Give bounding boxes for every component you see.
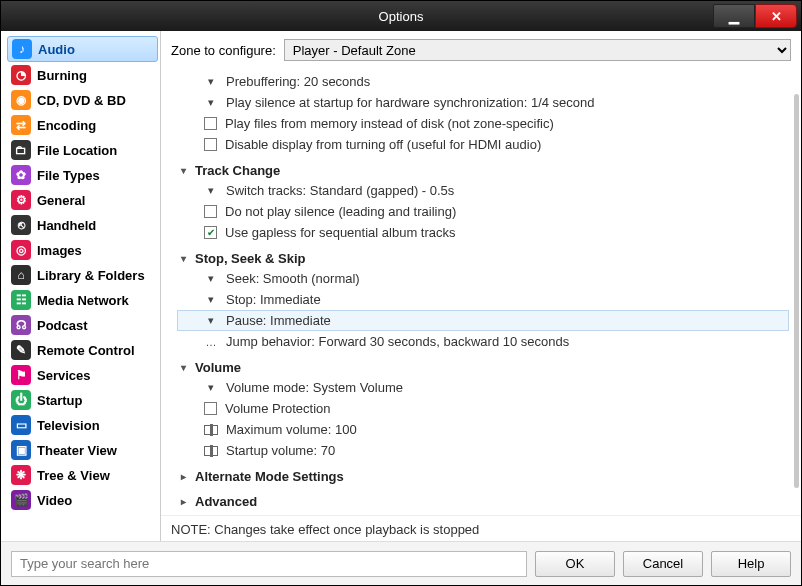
setting-row[interactable]: Disable display from turning off (useful… bbox=[177, 134, 789, 155]
setting-label: Disable display from turning off (useful… bbox=[225, 137, 541, 152]
ellipsis-icon: … bbox=[204, 336, 218, 348]
slider-icon bbox=[204, 425, 218, 435]
sidebar-item-library-folders[interactable]: ⌂Library & Folders bbox=[7, 263, 158, 287]
sidebar-icon: ⚙ bbox=[11, 190, 31, 210]
setting-row[interactable]: ▾Switch tracks: Standard (gapped) - 0.5s bbox=[177, 180, 789, 201]
sidebar-item-podcast[interactable]: ☊Podcast bbox=[7, 313, 158, 337]
sidebar-item-label: Services bbox=[37, 368, 91, 383]
setting-row[interactable]: ▾Play silence at startup for hardware sy… bbox=[177, 92, 789, 113]
sidebar-item-label: Images bbox=[37, 243, 82, 258]
sidebar-item-audio[interactable]: ♪Audio bbox=[7, 36, 158, 62]
group-title: Advanced bbox=[195, 494, 257, 509]
help-button[interactable]: Help bbox=[711, 551, 791, 577]
chevron-down-icon: ▾ bbox=[177, 253, 189, 264]
group-title: Alternate Mode Settings bbox=[195, 469, 344, 484]
sidebar-item-file-location[interactable]: 🗀File Location bbox=[7, 138, 158, 162]
sidebar-item-theater-view[interactable]: ▣Theater View bbox=[7, 438, 158, 462]
sidebar-item-cd-dvd-bd[interactable]: ◉CD, DVD & BD bbox=[7, 88, 158, 112]
setting-row[interactable]: ▾Pause: Immediate bbox=[177, 310, 789, 331]
close-button[interactable]: ✕ bbox=[755, 4, 797, 28]
group-header[interactable]: ▸Alternate Mode Settings bbox=[177, 467, 789, 486]
setting-label: Startup volume: 70 bbox=[226, 443, 335, 458]
chevron-down-icon: ▾ bbox=[204, 314, 218, 327]
sidebar-icon: ☷ bbox=[11, 290, 31, 310]
group-header[interactable]: ▸Advanced bbox=[177, 492, 789, 511]
checkbox-icon bbox=[204, 226, 217, 239]
chevron-down-icon: ▾ bbox=[204, 381, 218, 394]
sidebar-icon: ▭ bbox=[11, 415, 31, 435]
setting-label: Switch tracks: Standard (gapped) - 0.5s bbox=[226, 183, 454, 198]
group-header[interactable]: ▾Volume bbox=[177, 358, 789, 377]
sidebar-item-label: Burning bbox=[37, 68, 87, 83]
chevron-down-icon: ▾ bbox=[204, 184, 218, 197]
setting-row[interactable]: …Jump behavior: Forward 30 seconds, back… bbox=[177, 331, 789, 352]
checkbox-icon bbox=[204, 205, 217, 218]
sidebar-item-remote-control[interactable]: ✎Remote Control bbox=[7, 338, 158, 362]
chevron-down-icon: ▾ bbox=[204, 272, 218, 285]
sidebar-item-file-types[interactable]: ✿File Types bbox=[7, 163, 158, 187]
setting-label: Pause: Immediate bbox=[226, 313, 331, 328]
sidebar-item-label: Startup bbox=[37, 393, 83, 408]
sidebar-icon: ❋ bbox=[11, 465, 31, 485]
sidebar-icon: ⇄ bbox=[11, 115, 31, 135]
ok-button[interactable]: OK bbox=[535, 551, 615, 577]
setting-row[interactable]: Play files from memory instead of disk (… bbox=[177, 113, 789, 134]
search-input[interactable] bbox=[11, 551, 527, 577]
chevron-down-icon: ▾ bbox=[204, 75, 218, 88]
sidebar-item-general[interactable]: ⚙General bbox=[7, 188, 158, 212]
cancel-button[interactable]: Cancel bbox=[623, 551, 703, 577]
sidebar-icon: 🗀 bbox=[11, 140, 31, 160]
chevron-right-icon: ▸ bbox=[177, 471, 189, 482]
sidebar-item-label: Tree & View bbox=[37, 468, 110, 483]
sidebar-item-video[interactable]: 🎬Video bbox=[7, 488, 158, 512]
main-panel: Zone to configure: Player - Default Zone… bbox=[161, 31, 801, 541]
sidebar-icon: ⚑ bbox=[11, 365, 31, 385]
slider-icon bbox=[204, 446, 218, 456]
sidebar-item-media-network[interactable]: ☷Media Network bbox=[7, 288, 158, 312]
window-buttons: ▁ ✕ bbox=[713, 1, 801, 31]
sidebar-icon: ⎋ bbox=[11, 215, 31, 235]
group-header[interactable]: ▾Stop, Seek & Skip bbox=[177, 249, 789, 268]
chevron-down-icon: ▾ bbox=[177, 362, 189, 373]
group-title: Volume bbox=[195, 360, 241, 375]
sidebar-item-images[interactable]: ◎Images bbox=[7, 238, 158, 262]
sidebar-icon: ☊ bbox=[11, 315, 31, 335]
sidebar-item-handheld[interactable]: ⎋Handheld bbox=[7, 213, 158, 237]
zone-label: Zone to configure: bbox=[171, 43, 276, 58]
setting-row[interactable]: ▾Stop: Immediate bbox=[177, 289, 789, 310]
settings-scroll[interactable]: ▾Prebuffering: 20 seconds▾Play silence a… bbox=[161, 67, 801, 515]
setting-label: Play silence at startup for hardware syn… bbox=[226, 95, 595, 110]
sidebar-item-startup[interactable]: ⏻Startup bbox=[7, 388, 158, 412]
setting-row[interactable]: Startup volume: 70 bbox=[177, 440, 789, 461]
setting-label: Do not play silence (leading and trailin… bbox=[225, 204, 456, 219]
setting-label: Maximum volume: 100 bbox=[226, 422, 357, 437]
sidebar-item-label: Library & Folders bbox=[37, 268, 145, 283]
sidebar-item-services[interactable]: ⚑Services bbox=[7, 363, 158, 387]
group-header[interactable]: ▾Track Change bbox=[177, 161, 789, 180]
setting-label: Stop: Immediate bbox=[226, 292, 321, 307]
setting-label: Play files from memory instead of disk (… bbox=[225, 116, 554, 131]
setting-row[interactable]: Do not play silence (leading and trailin… bbox=[177, 201, 789, 222]
setting-label: Volume Protection bbox=[225, 401, 331, 416]
setting-row[interactable]: Use gapless for sequential album tracks bbox=[177, 222, 789, 243]
sidebar-icon: ◎ bbox=[11, 240, 31, 260]
chevron-down-icon: ▾ bbox=[204, 293, 218, 306]
scrollbar[interactable] bbox=[793, 67, 799, 515]
note-text: NOTE: Changes take effect once playback … bbox=[161, 515, 801, 541]
setting-row[interactable]: Maximum volume: 100 bbox=[177, 419, 789, 440]
sidebar-item-burning[interactable]: ◔Burning bbox=[7, 63, 158, 87]
setting-label: Prebuffering: 20 seconds bbox=[226, 74, 370, 89]
sidebar-item-encoding[interactable]: ⇄Encoding bbox=[7, 113, 158, 137]
minimize-button[interactable]: ▁ bbox=[713, 4, 755, 28]
zone-select[interactable]: Player - Default Zone bbox=[284, 39, 791, 61]
setting-label: Use gapless for sequential album tracks bbox=[225, 225, 456, 240]
setting-label: Seek: Smooth (normal) bbox=[226, 271, 360, 286]
sidebar-item-television[interactable]: ▭Television bbox=[7, 413, 158, 437]
setting-row[interactable]: ▾Prebuffering: 20 seconds bbox=[177, 71, 789, 92]
setting-row[interactable]: ▾Seek: Smooth (normal) bbox=[177, 268, 789, 289]
sidebar-icon: ♪ bbox=[12, 39, 32, 59]
group-title: Stop, Seek & Skip bbox=[195, 251, 306, 266]
setting-row[interactable]: Volume Protection bbox=[177, 398, 789, 419]
sidebar-item-tree-view[interactable]: ❋Tree & View bbox=[7, 463, 158, 487]
setting-row[interactable]: ▾Volume mode: System Volume bbox=[177, 377, 789, 398]
